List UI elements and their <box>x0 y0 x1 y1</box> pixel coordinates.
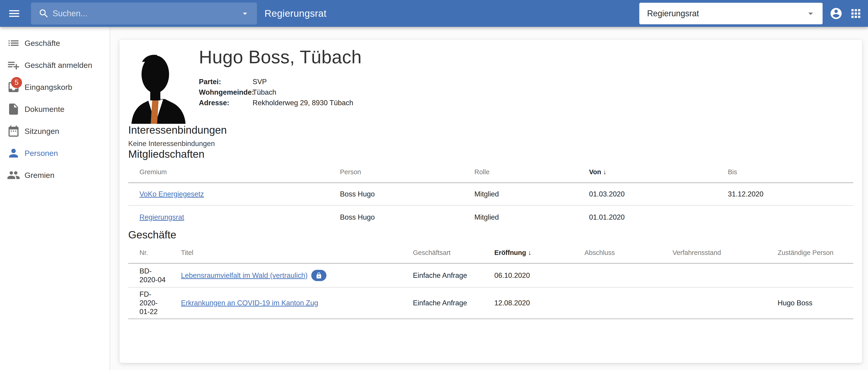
col-header-von[interactable]: Von ↓ <box>589 162 728 182</box>
person-details: Partei: SVP Wohngemeinde: Tübach Adresse… <box>199 76 362 108</box>
sidebar-item-label: Geschäfte <box>25 39 60 48</box>
search-input[interactable]: Suchen... <box>31 2 257 25</box>
detail-label-wohngemeinde: Wohngemeinde: <box>199 87 253 98</box>
cell-rolle: Mitglied <box>474 213 589 222</box>
person-detail-card: Hugo Boss, Tübach Partei: SVP Wohngemein… <box>120 40 862 363</box>
apps-grid-button[interactable] <box>849 7 863 20</box>
main-content: Hugo Boss, Tübach Partei: SVP Wohngemein… <box>110 27 868 370</box>
account-circle-icon <box>830 7 843 20</box>
apps-grid-icon <box>849 7 863 20</box>
cell-von: 01.01.2020 <box>589 213 728 222</box>
sidebar-item-label: Eingangskorb <box>25 83 72 92</box>
table-row: FD-2020-01-22 Erkrankungen an COVID-19 i… <box>128 288 853 319</box>
col-header-geschaeftsart[interactable]: Geschäftsart <box>413 242 494 263</box>
cell-bis: 31.12.2020 <box>728 190 853 199</box>
cell-gremium: Regierungsrat <box>128 213 340 222</box>
mandant-select-value: Regierungsrat <box>647 9 699 18</box>
col-header-bis[interactable]: Bis <box>728 162 853 182</box>
detail-label-partei: Partei: <box>199 76 253 87</box>
col-header-eroeffnung[interactable]: Eröffnung ↓ <box>494 242 585 263</box>
sidebar-item-label: Personen <box>25 149 58 158</box>
app-root: Suchen... Regierungsrat Regierungsrat <box>0 0 868 370</box>
search-placeholder: Suchen... <box>53 9 87 18</box>
cell-gremium: VoKo Energiegesetz <box>128 190 340 199</box>
geschaeft-link[interactable]: Erkrankungen an COVID-19 im Kanton Zug <box>181 299 318 307</box>
col-header-person[interactable]: Person <box>340 162 474 182</box>
col-header-rolle[interactable]: Rolle <box>474 162 589 182</box>
person-header: Hugo Boss, Tübach Partei: SVP Wohngemein… <box>128 46 853 124</box>
col-header-nr[interactable]: Nr. <box>128 242 181 263</box>
section-title-geschaefte: Geschäfte <box>128 229 853 241</box>
detail-value-partei: SVP <box>253 76 362 87</box>
sort-desc-icon: ↓ <box>603 168 607 176</box>
geschaeft-link[interactable]: Lebensraumvielfalt im Wald (vertraulich) <box>181 271 308 280</box>
cell-titel: Lebensraumvielfalt im Wald (vertraulich) <box>181 270 413 281</box>
sidebar-item-sitzungen[interactable]: Sitzungen <box>0 120 110 142</box>
chevron-down-icon <box>805 8 816 19</box>
cell-zustaendige-person: Hugo Boss <box>778 299 853 307</box>
cell-eroeffnung: 12.08.2020 <box>494 299 585 307</box>
person-icon <box>7 146 20 160</box>
cell-geschaeftsart: Einfache Anfrage <box>413 299 494 307</box>
people-icon <box>7 168 20 182</box>
playlist-add-icon <box>7 59 20 72</box>
search-scope-dropdown-icon[interactable] <box>240 8 250 19</box>
gremium-link[interactable]: VoKo Energiegesetz <box>140 190 204 198</box>
sidebar-item-label: Geschäft anmelden <box>25 61 92 70</box>
detail-value-wohngemeinde: Tübach <box>253 87 362 98</box>
lock-icon <box>315 272 322 279</box>
search-icon <box>38 8 49 19</box>
col-header-eroeffnung-label: Eröffnung <box>494 249 526 257</box>
sidebar-item-geschaeft-anmelden[interactable]: Geschäft anmelden <box>0 54 110 76</box>
cell-nr: BD-2020-04 <box>128 267 181 284</box>
sidebar-item-personen[interactable]: Personen <box>0 142 110 164</box>
cell-titel: Erkrankungen an COVID-19 im Kanton Zug <box>181 299 413 307</box>
sidebar-item-dokumente[interactable]: Dokumente <box>0 98 110 120</box>
confidential-badge <box>311 270 327 281</box>
col-header-gremium[interactable]: Gremium <box>128 162 340 182</box>
col-header-von-label: Von <box>589 168 601 176</box>
interessenbindungen-empty-text: Keine Interessenbindungen <box>128 140 853 148</box>
sidebar-item-gremien[interactable]: Gremien <box>0 164 110 186</box>
detail-value-adresse: Rekholderweg 29, 8930 Tübach <box>253 98 362 108</box>
section-title-mitgliedschaften: Mitgliedschaften <box>128 148 853 160</box>
cell-nr: FD-2020-01-22 <box>128 290 181 316</box>
sidebar-item-geschaefte[interactable]: Geschäfte <box>0 32 110 54</box>
col-header-abschluss[interactable]: Abschluss <box>585 242 673 263</box>
sidebar-item-label: Dokumente <box>25 105 64 114</box>
sidebar-item-label: Sitzungen <box>25 127 59 136</box>
table-row: BD-2020-04 Lebensraumvielfalt im Wald (v… <box>128 264 853 288</box>
top-app-bar: Suchen... Regierungsrat Regierungsrat <box>0 0 868 27</box>
sidebar-item-eingangskorb[interactable]: 5 Eingangskorb <box>0 76 110 98</box>
mandant-select[interactable]: Regierungsrat <box>639 3 823 24</box>
geschaefte-table-header: Nr. Titel Geschäftsart Eröffnung ↓ Absch… <box>128 242 853 264</box>
cell-geschaeftsart: Einfache Anfrage <box>413 271 494 280</box>
table-row: Regierungsrat Boss Hugo Mitglied 01.01.2… <box>128 206 853 229</box>
col-header-verfahrensstand[interactable]: Verfahrensstand <box>673 242 778 263</box>
hamburger-icon <box>7 7 21 20</box>
cell-eroeffnung: 06.10.2020 <box>494 271 585 280</box>
person-info: Hugo Boss, Tübach Partei: SVP Wohngemein… <box>199 46 362 108</box>
mitgliedschaften-table-header: Gremium Person Rolle Von ↓ Bis <box>128 162 853 183</box>
sidebar-item-label: Gremien <box>25 171 54 180</box>
col-header-titel[interactable]: Titel <box>181 242 413 263</box>
list-icon <box>7 36 20 50</box>
cell-von: 01.03.2020 <box>589 190 728 199</box>
table-row: VoKo Energiegesetz Boss Hugo Mitglied 01… <box>128 183 853 206</box>
detail-label-adresse: Adresse: <box>199 98 253 108</box>
file-icon <box>7 102 20 116</box>
sort-desc-icon: ↓ <box>528 249 531 257</box>
person-name: Hugo Boss, Tübach <box>199 46 362 68</box>
cell-person: Boss Hugo <box>340 190 474 199</box>
geschaefte-table: Nr. Titel Geschäftsart Eröffnung ↓ Absch… <box>128 242 853 319</box>
col-header-zustaendige-person[interactable]: Zuständige Person <box>778 242 853 263</box>
gremium-link[interactable]: Regierungsrat <box>140 213 184 221</box>
avatar <box>128 52 188 124</box>
unread-count-badge: 5 <box>11 77 22 88</box>
mitgliedschaften-table: Gremium Person Rolle Von ↓ Bis VoKo Ener… <box>128 162 853 229</box>
account-button[interactable] <box>830 7 843 20</box>
menu-button[interactable] <box>7 7 21 20</box>
cell-person: Boss Hugo <box>340 213 474 222</box>
cell-rolle: Mitglied <box>474 190 589 199</box>
section-title-interessenbindungen: Interessenbindungen <box>128 124 853 136</box>
